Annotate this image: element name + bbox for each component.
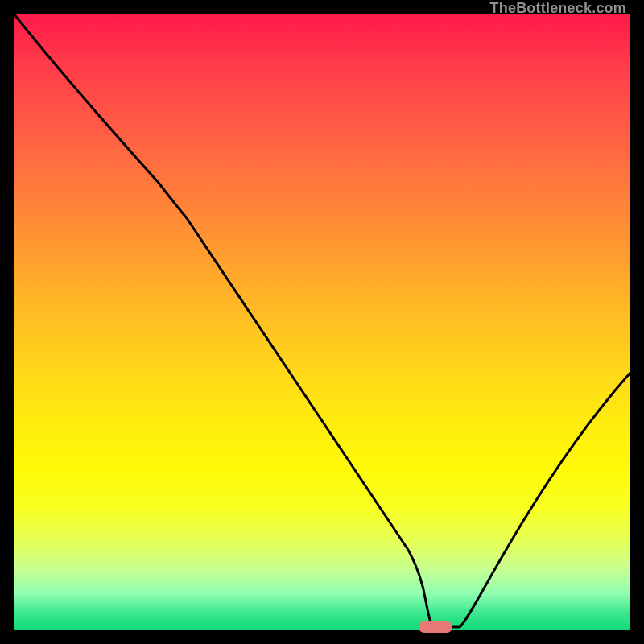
plot-area — [14, 14, 630, 630]
chart-container: TheBottleneck.com — [0, 0, 644, 644]
attribution-label: TheBottleneck.com — [490, 0, 626, 17]
optimum-marker — [419, 621, 452, 633]
